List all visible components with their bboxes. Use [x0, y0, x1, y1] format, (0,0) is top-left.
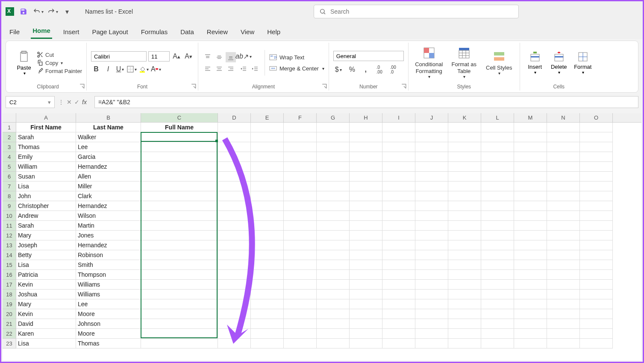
cell[interactable]	[580, 191, 613, 201]
cell[interactable]	[415, 270, 448, 280]
cell[interactable]	[415, 329, 448, 339]
cell[interactable]	[284, 231, 317, 240]
cell[interactable]	[481, 191, 514, 201]
tab-formulas[interactable]: Formulas	[139, 25, 170, 39]
col-header-M[interactable]: M	[514, 113, 547, 122]
cell[interactable]	[317, 152, 350, 162]
cell[interactable]	[284, 201, 317, 211]
cell[interactable]	[251, 319, 284, 329]
search-input[interactable]	[330, 8, 513, 15]
cell[interactable]	[317, 250, 350, 260]
row-header-12[interactable]: 12	[3, 231, 16, 240]
cell[interactable]: Betty	[16, 250, 76, 260]
cell[interactable]	[415, 221, 448, 231]
cell[interactable]	[251, 280, 284, 290]
percent-format-button[interactable]: %	[347, 64, 357, 75]
cell[interactable]	[218, 339, 251, 348]
cell[interactable]	[284, 142, 317, 152]
cell[interactable]	[514, 339, 547, 348]
cell[interactable]	[448, 221, 481, 231]
cell[interactable]	[580, 182, 613, 191]
cell[interactable]	[284, 211, 317, 221]
col-header-K[interactable]: K	[448, 113, 481, 122]
cell[interactable]	[481, 299, 514, 309]
cancel-formula-button[interactable]: ✕	[67, 99, 72, 105]
name-box[interactable]: C2▾	[6, 96, 55, 108]
cell[interactable]	[514, 191, 547, 201]
cell[interactable]	[547, 319, 580, 329]
cell[interactable]	[547, 231, 580, 240]
cell[interactable]	[580, 260, 613, 270]
cell[interactable]	[382, 211, 415, 221]
decrease-font-button[interactable]: A▾	[183, 51, 194, 61]
cell[interactable]	[580, 231, 613, 240]
cell[interactable]	[284, 260, 317, 270]
cell[interactable]	[580, 221, 613, 231]
cell[interactable]	[382, 319, 415, 329]
copy-button[interactable]: Copy▾	[37, 59, 82, 66]
cell[interactable]	[514, 260, 547, 270]
cell[interactable]	[317, 132, 350, 142]
cell[interactable]	[448, 240, 481, 250]
cell[interactable]	[141, 231, 218, 240]
cell[interactable]: Hernandez	[76, 240, 141, 250]
cell[interactable]	[218, 152, 251, 162]
cell[interactable]	[514, 172, 547, 182]
cell[interactable]	[218, 260, 251, 270]
cell[interactable]	[580, 211, 613, 221]
cell[interactable]	[514, 211, 547, 221]
cell[interactable]	[448, 280, 481, 290]
font-color-button[interactable]: A▾	[151, 64, 161, 74]
row-header-14[interactable]: 14	[3, 250, 16, 260]
cell[interactable]	[481, 329, 514, 339]
cell[interactable]	[141, 191, 218, 201]
cell[interactable]	[317, 231, 350, 240]
clipboard-dialog-launcher[interactable]	[79, 84, 85, 89]
increase-decimal-button[interactable]: .0.00	[374, 64, 385, 75]
cell[interactable]	[481, 142, 514, 152]
cell[interactable]	[382, 250, 415, 260]
cell[interactable]	[514, 123, 547, 132]
cell[interactable]	[448, 319, 481, 329]
cell[interactable]	[350, 260, 382, 270]
cell[interactable]	[382, 270, 415, 280]
cell[interactable]: Lisa	[16, 339, 76, 348]
cell[interactable]	[141, 329, 218, 339]
row-header-10[interactable]: 10	[3, 211, 16, 221]
cell[interactable]	[382, 132, 415, 142]
cell[interactable]	[141, 309, 218, 319]
decrease-decimal-button[interactable]: .00.0	[388, 64, 398, 75]
cell[interactable]	[284, 191, 317, 201]
cell[interactable]	[580, 319, 613, 329]
cell[interactable]	[547, 132, 580, 142]
cell[interactable]	[251, 231, 284, 240]
cell[interactable]	[481, 319, 514, 329]
cell[interactable]	[141, 270, 218, 280]
row-header-4[interactable]: 4	[3, 152, 16, 162]
align-left-button[interactable]	[203, 64, 213, 74]
font-name-select[interactable]	[91, 51, 147, 61]
row-header-2[interactable]: 2	[3, 132, 16, 142]
cell[interactable]	[350, 319, 382, 329]
cell[interactable]	[547, 221, 580, 231]
cell[interactable]	[350, 299, 382, 309]
cell[interactable]: David	[16, 319, 76, 329]
cell[interactable]	[284, 319, 317, 329]
row-header-15[interactable]: 15	[3, 260, 16, 270]
cell[interactable]	[448, 231, 481, 240]
cell[interactable]	[141, 290, 218, 299]
enter-formula-button[interactable]: ✓	[74, 99, 79, 105]
cell[interactable]	[284, 132, 317, 142]
cell[interactable]	[580, 123, 613, 132]
cell[interactable]	[141, 250, 218, 260]
tab-help[interactable]: Help	[265, 25, 282, 39]
cell[interactable]	[547, 240, 580, 250]
cell[interactable]	[284, 280, 317, 290]
cell[interactable]	[317, 270, 350, 280]
cell[interactable]	[251, 260, 284, 270]
row-header-7[interactable]: 7	[3, 182, 16, 191]
select-all-corner[interactable]	[3, 113, 16, 122]
format-as-table-button[interactable]: Format as Table▾	[448, 46, 480, 79]
cell[interactable]	[448, 172, 481, 182]
bold-button[interactable]: B	[91, 64, 101, 74]
